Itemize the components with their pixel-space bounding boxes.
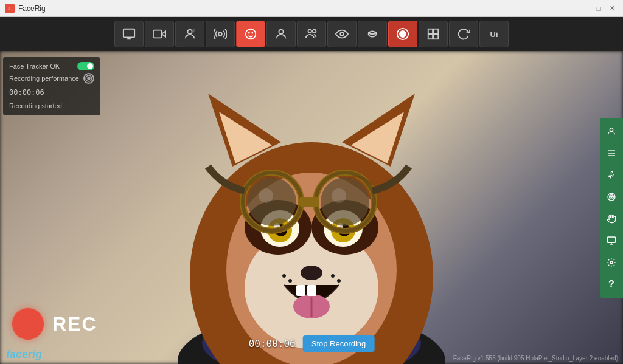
- app-icon: F: [5, 4, 15, 13]
- minimize-button[interactable]: −: [579, 3, 591, 14]
- svg-rect-18: [428, 35, 433, 39]
- svg-point-49: [321, 177, 369, 226]
- panel-timer: 00:00:06: [9, 88, 44, 97]
- svg-point-36: [301, 266, 322, 280]
- rec-indicator: REC: [12, 308, 97, 340]
- svg-rect-1: [153, 30, 162, 38]
- svg-point-14: [400, 31, 406, 38]
- toolbar-refresh-button[interactable]: [449, 21, 478, 47]
- svg-point-55: [288, 279, 292, 283]
- svg-rect-40: [307, 285, 316, 296]
- toolbar-avatar-button[interactable]: i: [175, 21, 204, 47]
- svg-point-10: [308, 30, 312, 33]
- toolbar-mouth-button[interactable]: [358, 21, 387, 47]
- face-tracker-row: Face Tracker OK: [9, 62, 94, 70]
- window-controls: − □ ✕: [579, 3, 618, 14]
- recording-started-row: Recording started: [9, 100, 94, 111]
- version-text: FaceRig v1.555 (build 905 HolaPiel_Studi…: [453, 355, 618, 362]
- performance-icon[interactable]: [83, 73, 94, 84]
- toolbar: i: [0, 17, 623, 51]
- titlebar-left: F FaceRig: [5, 4, 46, 13]
- stop-recording-button[interactable]: Stop Recording: [303, 335, 375, 352]
- right-panel: ?: [600, 118, 623, 298]
- logo-text: facerig: [6, 348, 42, 361]
- right-help-button[interactable]: ?: [602, 275, 621, 294]
- toolbar-ui-button[interactable]: Ui: [479, 21, 509, 47]
- right-screen-button[interactable]: [602, 231, 621, 250]
- svg-point-2: [187, 30, 192, 34]
- svg-point-8: [251, 32, 253, 34]
- toolbar-users-button[interactable]: [297, 21, 326, 47]
- titlebar: F FaceRig − □ ✕: [0, 0, 623, 17]
- maximize-button[interactable]: □: [593, 3, 605, 14]
- right-target-button[interactable]: [602, 187, 621, 207]
- svg-rect-19: [434, 35, 438, 39]
- bottom-bar: 00:00:06 Stop Recording: [249, 335, 375, 352]
- svg-rect-16: [428, 29, 433, 33]
- recording-performance-label: Recording performance: [9, 75, 79, 82]
- svg-point-71: [610, 261, 613, 264]
- rec-label: REC: [52, 313, 97, 335]
- toolbar-user-button[interactable]: [266, 21, 296, 47]
- toolbar-scene-button[interactable]: [114, 21, 144, 47]
- face-tracker-label: Face Tracker OK: [9, 63, 60, 70]
- svg-point-52: [259, 188, 273, 203]
- rec-dot: [12, 308, 44, 340]
- svg-point-60: [610, 128, 613, 131]
- timer-row: 00:00:06: [9, 86, 94, 97]
- main-viewport: ✦ ✦ ✦ ✦ ✦ ✦ ✦: [0, 51, 623, 364]
- toolbar-record-button[interactable]: [388, 21, 417, 47]
- right-run-button[interactable]: [602, 165, 621, 185]
- svg-point-7: [248, 32, 250, 34]
- close-button[interactable]: ✕: [606, 3, 618, 14]
- svg-point-12: [340, 32, 344, 36]
- right-person-button[interactable]: [602, 122, 621, 141]
- left-panel: Face Tracker OK Recording performance 00…: [3, 57, 100, 115]
- right-list-button[interactable]: [602, 143, 621, 163]
- right-hand-button[interactable]: [602, 209, 621, 228]
- facerig-logo: facerig: [6, 348, 42, 361]
- toolbar-eye-button[interactable]: [327, 21, 357, 47]
- svg-point-9: [279, 30, 283, 34]
- toolbar-audio-button[interactable]: [206, 21, 235, 47]
- svg-point-46: [248, 177, 296, 226]
- svg-point-6: [246, 29, 256, 39]
- svg-point-59: [88, 77, 90, 80]
- svg-point-67: [611, 196, 613, 197]
- app-title: FaceRig: [18, 4, 46, 13]
- svg-point-56: [331, 274, 335, 278]
- svg-rect-51: [299, 197, 319, 207]
- recording-timer: 00:00:06: [249, 338, 296, 349]
- svg-rect-0: [124, 29, 134, 38]
- svg-point-54: [282, 274, 286, 278]
- svg-point-64: [611, 171, 613, 173]
- recording-performance-row: Recording performance: [9, 73, 94, 84]
- svg-rect-68: [607, 237, 615, 242]
- toolbar-display-button[interactable]: [419, 21, 448, 47]
- toolbar-face-button[interactable]: [236, 21, 265, 47]
- recording-started-label: Recording started: [9, 102, 62, 109]
- svg-point-57: [337, 279, 341, 283]
- face-tracker-toggle[interactable]: [77, 62, 94, 70]
- right-gear-button[interactable]: [602, 253, 621, 272]
- svg-rect-17: [434, 29, 438, 33]
- svg-rect-39: [296, 285, 305, 296]
- svg-point-53: [332, 188, 346, 203]
- svg-point-11: [313, 30, 316, 33]
- svg-point-5: [218, 32, 222, 36]
- toolbar-camera-button[interactable]: [145, 21, 174, 47]
- fox-avatar: ✦ ✦ ✦ ✦ ✦ ✦ ✦: [99, 51, 524, 364]
